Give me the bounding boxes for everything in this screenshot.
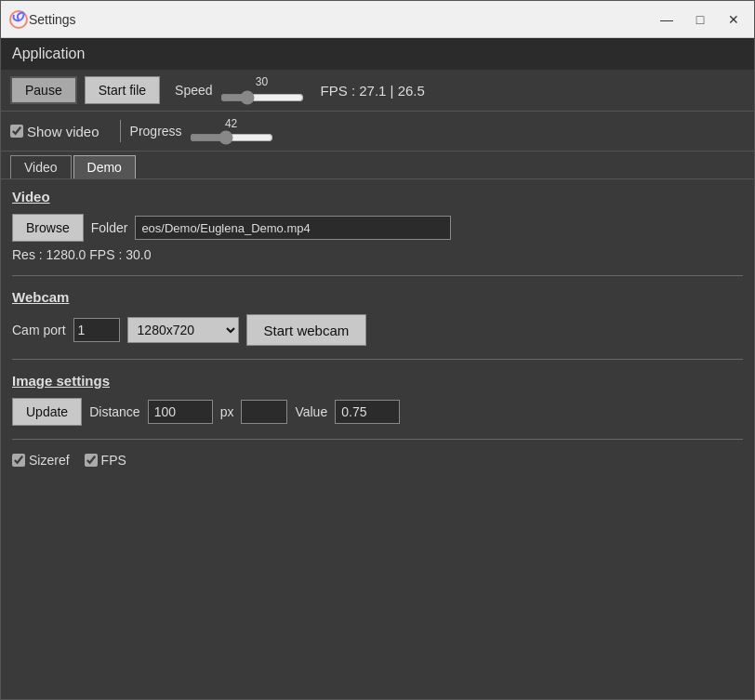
- sizeref-checkbox-item: Sizeref: [12, 453, 70, 468]
- show-video-row: Show video Progress 42: [1, 112, 754, 152]
- tab-video[interactable]: Video: [10, 155, 72, 178]
- minimize-button[interactable]: —: [654, 9, 680, 30]
- divider-1: [12, 275, 743, 276]
- divider-2: [12, 359, 743, 360]
- speed-label: Speed: [175, 83, 212, 98]
- webcam-section-title: Webcam: [12, 289, 743, 305]
- section-header: Application: [1, 38, 754, 70]
- close-button[interactable]: ✕: [721, 9, 747, 30]
- main-window: Settings — □ ✕ Application Pause Start f…: [0, 0, 755, 700]
- fps-display: FPS : 27.1 | 26.5: [321, 83, 425, 99]
- title-bar: Settings — □ ✕: [1, 1, 754, 38]
- cam-port-input[interactable]: [73, 318, 120, 342]
- distance-input[interactable]: [148, 400, 213, 424]
- pause-button[interactable]: Pause: [10, 76, 77, 104]
- fps-checkbox[interactable]: [85, 454, 98, 467]
- webcam-section: Webcam Cam port 1280x720 640x480 1920x10…: [12, 289, 743, 346]
- speed-value: 30: [256, 75, 268, 88]
- toolbar-row: Pause Start file Speed 30 FPS : 27.1 | 2…: [1, 70, 754, 112]
- folder-label: Folder: [91, 220, 128, 235]
- px-label: px: [220, 404, 234, 419]
- checkbox-row: Sizeref FPS: [12, 453, 743, 468]
- maximize-button[interactable]: □: [687, 9, 713, 30]
- browse-button[interactable]: Browse: [12, 214, 84, 242]
- speed-slider[interactable]: [220, 90, 304, 105]
- cam-port-label: Cam port: [12, 323, 66, 337]
- content-area: Video Browse Folder Res : 1280.0 FPS : 3…: [1, 179, 754, 699]
- video-section: Video Browse Folder Res : 1280.0 FPS : 3…: [12, 189, 743, 262]
- window-controls: — □ ✕: [654, 9, 747, 30]
- res-text: Res : 1280.0 FPS : 30.0: [12, 247, 743, 262]
- image-section-title: Image settings: [12, 373, 743, 389]
- sizeref-label: Sizeref: [29, 453, 70, 468]
- divider-3: [12, 439, 743, 440]
- sizeref-checkbox[interactable]: [12, 454, 25, 467]
- row-divider: [120, 120, 121, 142]
- value-input[interactable]: [335, 400, 400, 424]
- progress-value: 42: [225, 117, 237, 130]
- px-input-field[interactable]: [241, 400, 287, 424]
- start-file-button[interactable]: Start file: [85, 76, 160, 104]
- tab-row: Video Demo: [1, 152, 754, 179]
- show-video-label: Show video: [27, 124, 99, 139]
- fps-check-label: FPS: [101, 453, 126, 468]
- browse-row: Browse Folder: [12, 214, 743, 242]
- webcam-row: Cam port 1280x720 640x480 1920x1080 Star…: [12, 314, 743, 346]
- image-section: Image settings Update Distance px Value: [12, 373, 743, 426]
- show-video-checkbox[interactable]: [10, 125, 23, 138]
- speed-slider-container: 30: [220, 75, 304, 105]
- value-label: Value: [295, 404, 327, 419]
- window-title: Settings: [29, 12, 654, 27]
- app-icon: [8, 9, 29, 30]
- resolution-select[interactable]: 1280x720 640x480 1920x1080: [127, 317, 239, 343]
- progress-label: Progress: [130, 124, 182, 139]
- section-header-label: Application: [12, 46, 85, 61]
- progress-slider-container: 42: [190, 117, 273, 145]
- fps-checkbox-item: FPS: [85, 453, 126, 468]
- folder-input[interactable]: [135, 216, 451, 240]
- update-button[interactable]: Update: [12, 398, 82, 426]
- distance-label: Distance: [89, 404, 139, 419]
- image-row: Update Distance px Value: [12, 398, 743, 426]
- progress-slider[interactable]: [190, 130, 273, 145]
- tab-demo[interactable]: Demo: [73, 155, 136, 178]
- video-section-title: Video: [12, 189, 743, 205]
- start-webcam-button[interactable]: Start webcam: [246, 314, 367, 346]
